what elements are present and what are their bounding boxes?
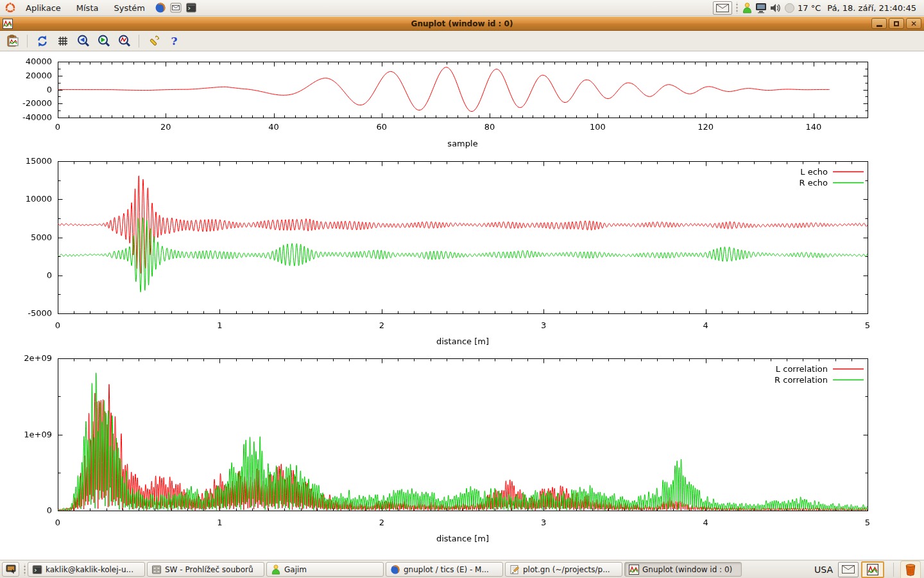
task-gnuplot[interactable]: Gnuplot (window id : 0)	[624, 562, 742, 577]
task-label: gnuplot / tics (E) - M...	[404, 565, 489, 574]
mail-notification-icon[interactable]	[713, 1, 732, 15]
task-label: kaklik@kaklik-kolej-u...	[46, 565, 133, 574]
task-label: Gnuplot (window id : 0)	[642, 565, 732, 574]
window-toolbar: ?	[0, 31, 924, 51]
minimize-icon	[877, 25, 882, 27]
toolbar-separator	[139, 35, 139, 48]
trash-applet[interactable]	[900, 561, 921, 578]
refresh-button[interactable]	[33, 32, 51, 49]
maximize-button[interactable]	[889, 18, 904, 29]
task-firefox[interactable]: gnuplot / tics (E) - M...	[386, 562, 503, 577]
clock[interactable]: Pá, 18. září, 21:40:45	[825, 3, 921, 13]
taskbar: kaklik@kaklik-kolej-u... SW - Prohlížeč …	[0, 560, 924, 578]
file-manager-icon	[151, 565, 162, 575]
firefox-launcher-icon[interactable]	[153, 0, 168, 16]
keyboard-layout-indicator[interactable]: USA	[809, 565, 838, 575]
display-tray-icon[interactable]	[754, 0, 768, 16]
menu-system[interactable]: Systém	[106, 0, 152, 16]
close-button[interactable]: ✕	[906, 18, 921, 29]
taskbar-separator	[893, 563, 894, 577]
grid-toggle-button[interactable]	[54, 32, 71, 49]
trash-icon	[905, 563, 916, 576]
window-titlebar[interactable]: Gnuplot (window id : 0) ✕	[0, 17, 924, 31]
ubuntu-logo-icon[interactable]	[3, 0, 18, 16]
volume-tray-icon[interactable]	[768, 0, 782, 16]
text-editor-icon	[509, 565, 520, 575]
show-desktop-button[interactable]	[2, 562, 19, 577]
gnuplot-tray-button[interactable]	[861, 561, 884, 578]
gnuplot-icon	[629, 565, 639, 575]
maximize-icon	[894, 21, 899, 26]
plot-canvas[interactable]	[0, 51, 924, 559]
help-button[interactable]: ?	[166, 32, 183, 49]
mail-launcher-icon[interactable]	[168, 0, 184, 16]
gajim-tray-icon[interactable]	[740, 0, 754, 16]
task-label: plot.gn (~/projects/p...	[523, 565, 610, 574]
settings-wrench-button[interactable]	[145, 32, 162, 49]
weather-tray-icon[interactable]	[782, 0, 796, 16]
zoom-next-button[interactable]	[95, 32, 112, 49]
task-terminal[interactable]: kaklik@kaklik-kolej-u...	[28, 562, 145, 577]
minimize-button[interactable]	[871, 18, 887, 29]
task-text-editor[interactable]: plot.gn (~/projects/p...	[505, 562, 622, 577]
task-label: SW - Prohlížeč souborů	[165, 565, 253, 574]
task-gajim[interactable]: Gajim	[266, 562, 384, 577]
temperature-indicator: 17 °C	[796, 3, 825, 13]
zoom-button[interactable]	[116, 32, 133, 49]
top-panel: Aplikace Místa Systém	[0, 0, 924, 16]
zoom-previous-button[interactable]	[74, 32, 92, 49]
taskbar-handle[interactable]	[22, 564, 26, 575]
tray-handle[interactable]	[735, 2, 739, 13]
toolbar-separator	[27, 35, 28, 48]
gajim-icon	[271, 565, 281, 575]
help-icon: ?	[171, 35, 178, 48]
task-file-manager[interactable]: SW - Prohlížeč souborů	[147, 562, 264, 577]
gnuplot-window: Gnuplot (window id : 0) ✕	[0, 17, 924, 559]
terminal-launcher-icon[interactable]	[184, 0, 199, 16]
window-title: Gnuplot (window id : 0)	[0, 17, 924, 31]
task-label: Gajim	[284, 565, 307, 574]
mail-tray-button[interactable]	[838, 562, 859, 577]
copy-plot-button[interactable]	[4, 32, 21, 49]
plot-area	[0, 51, 924, 559]
menu-places[interactable]: Místa	[69, 0, 107, 16]
close-icon: ✕	[911, 20, 917, 28]
terminal-icon	[32, 565, 42, 575]
menu-applications[interactable]: Aplikace	[18, 0, 69, 16]
firefox-icon	[390, 565, 400, 575]
